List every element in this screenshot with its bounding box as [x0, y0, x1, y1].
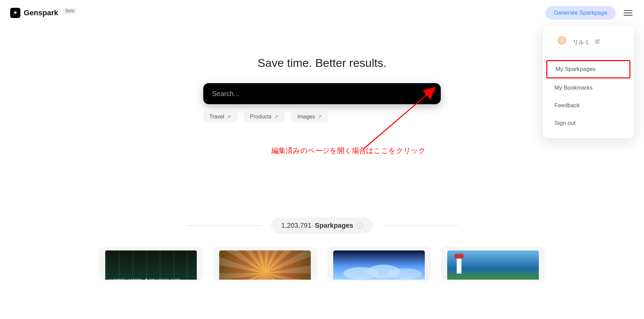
sparkpages-count: 1,203,791 — [281, 222, 311, 229]
logo-icon — [10, 8, 20, 18]
enter-icon[interactable] — [424, 89, 432, 98]
svg-point-0 — [17, 11, 17, 12]
user-profile-row[interactable]: リルミ — [548, 31, 628, 57]
edit-icon[interactable] — [595, 39, 600, 45]
svg-point-1 — [13, 14, 14, 15]
generate-sparkpage-button[interactable]: Generate Sparkpage — [546, 6, 615, 20]
menu-item-feedback[interactable]: Feedback — [546, 97, 630, 114]
header-right: Generate Sparkpage — [546, 6, 634, 20]
sparkpage-card[interactable]: J LOUNGE / GARDEN ❋ THE J HOTEL & SPA — [100, 247, 202, 280]
arrow-up-right-icon: ↗ — [274, 114, 278, 119]
card-image: J LOUNGE / GARDEN ❋ THE J HOTEL & SPA — [105, 250, 197, 280]
menu-item-my-bookmarks[interactable]: My Bookmarks — [546, 80, 630, 96]
search-container — [203, 83, 441, 104]
sparkpages-count-pill: 1,203,791 Sparkpages i — [271, 218, 373, 233]
sparkpage-card[interactable] — [214, 247, 316, 280]
info-icon[interactable]: i — [357, 223, 363, 229]
logo[interactable]: Genspark Beta — [10, 8, 77, 18]
username: リルミ — [573, 38, 590, 46]
tag-products[interactable]: Products ↗ — [244, 111, 284, 123]
card-image — [447, 250, 539, 280]
sparkpage-card[interactable] — [442, 247, 544, 280]
arrow-up-right-icon: ↗ — [318, 114, 322, 119]
annotation-text: 編集済みのページを開く場合はここをクリック — [271, 146, 426, 155]
card-image — [219, 250, 311, 280]
divider — [186, 225, 261, 226]
tag-label: Travel — [209, 114, 224, 120]
menu-item-sign-out[interactable]: Sign out — [546, 115, 630, 131]
sparkpage-card[interactable] — [328, 247, 430, 280]
tag-travel[interactable]: Travel ↗ — [203, 111, 237, 123]
sparkpages-count-row: 1,203,791 Sparkpages i — [0, 218, 644, 233]
avatar — [556, 36, 568, 48]
arrow-up-right-icon: ↗ — [227, 114, 231, 119]
search-bar[interactable] — [203, 83, 441, 104]
sparkpage-cards: J LOUNGE / GARDEN ❋ THE J HOTEL & SPA — [0, 247, 644, 280]
tag-label: Images — [297, 114, 315, 120]
search-input[interactable] — [212, 90, 424, 98]
tag-label: Products — [250, 114, 271, 120]
header: Genspark Beta Generate Sparkpage — [0, 0, 644, 26]
logo-text: Genspark — [24, 8, 58, 17]
hamburger-menu-icon[interactable] — [622, 9, 634, 17]
menu-item-my-sparkpages[interactable]: My Sparkpages — [546, 60, 630, 78]
user-menu-dropdown: リルミ My Sparkpages My Bookmarks Feedback … — [543, 26, 634, 138]
tag-images[interactable]: Images ↗ — [291, 111, 328, 123]
card-image — [333, 250, 425, 280]
sparkpages-label: Sparkpages — [315, 222, 353, 229]
beta-badge: Beta — [63, 8, 77, 14]
divider — [383, 225, 458, 226]
tag-row: Travel ↗ Products ↗ Images ↗ — [203, 111, 441, 123]
